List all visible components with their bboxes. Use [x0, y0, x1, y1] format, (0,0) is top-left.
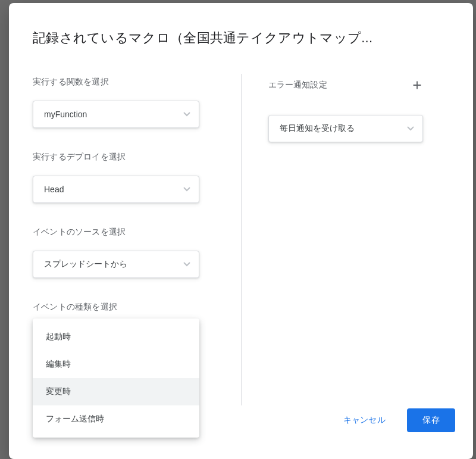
event-type-field: イベントの種類を選択 起動時 編集時 変更時 フォーム送信時 [33, 302, 217, 313]
chevron-down-icon [183, 112, 190, 117]
event-source-select[interactable]: スプレッドシートから [33, 251, 199, 278]
left-panel: 実行する関数を選択 myFunction 実行するデプロイを選択 Head [33, 77, 241, 453]
event-type-option-onedit[interactable]: 編集時 [33, 351, 199, 378]
event-source-label: イベントのソースを選択 [33, 227, 217, 238]
function-select[interactable]: myFunction [33, 101, 199, 128]
deploy-label: 実行するデプロイを選択 [33, 152, 217, 163]
dialog-title: 記録されているマクロ（全国共通テイクアウトマップ... [9, 3, 473, 47]
error-notification-value: 毎日通知を受け取る [280, 123, 355, 134]
chevron-down-icon [183, 262, 190, 267]
deploy-select-value: Head [44, 185, 64, 194]
trigger-settings-dialog: 記録されているマクロ（全国共通テイクアウトマップ... 実行する関数を選択 my… [9, 3, 473, 459]
chevron-down-icon [183, 187, 190, 192]
event-source-field: イベントのソースを選択 スプレッドシートから [33, 227, 217, 278]
deploy-field: 実行するデプロイを選択 Head [33, 152, 217, 203]
deploy-select[interactable]: Head [33, 176, 199, 203]
dialog-footer: キャンセル 保存 [341, 408, 456, 432]
function-field: 実行する関数を選択 myFunction [33, 77, 217, 128]
right-panel: エラー通知設定 毎日通知を受け取る [242, 77, 450, 453]
dialog-body: 実行する関数を選択 myFunction 実行するデプロイを選択 Head [9, 47, 473, 459]
error-notification-header: エラー通知設定 [268, 77, 450, 93]
error-notification-label: エラー通知設定 [268, 80, 327, 90]
add-notification-button[interactable] [409, 77, 425, 93]
function-select-value: myFunction [44, 110, 87, 119]
event-type-option-onchange[interactable]: 変更時 [33, 378, 199, 405]
event-type-label: イベントの種類を選択 [33, 302, 217, 313]
cancel-button[interactable]: キャンセル [341, 410, 389, 430]
plus-icon [411, 79, 424, 92]
error-notification-select[interactable]: 毎日通知を受け取る [268, 115, 423, 142]
event-type-dropdown: 起動時 編集時 変更時 フォーム送信時 [33, 319, 199, 438]
chevron-down-icon [407, 126, 414, 131]
event-type-option-onopen[interactable]: 起動時 [33, 323, 199, 351]
event-source-select-value: スプレッドシートから [44, 259, 127, 270]
save-button[interactable]: 保存 [407, 408, 455, 432]
function-label: 実行する関数を選択 [33, 77, 217, 88]
event-type-option-onformsubmit[interactable]: フォーム送信時 [33, 405, 199, 433]
